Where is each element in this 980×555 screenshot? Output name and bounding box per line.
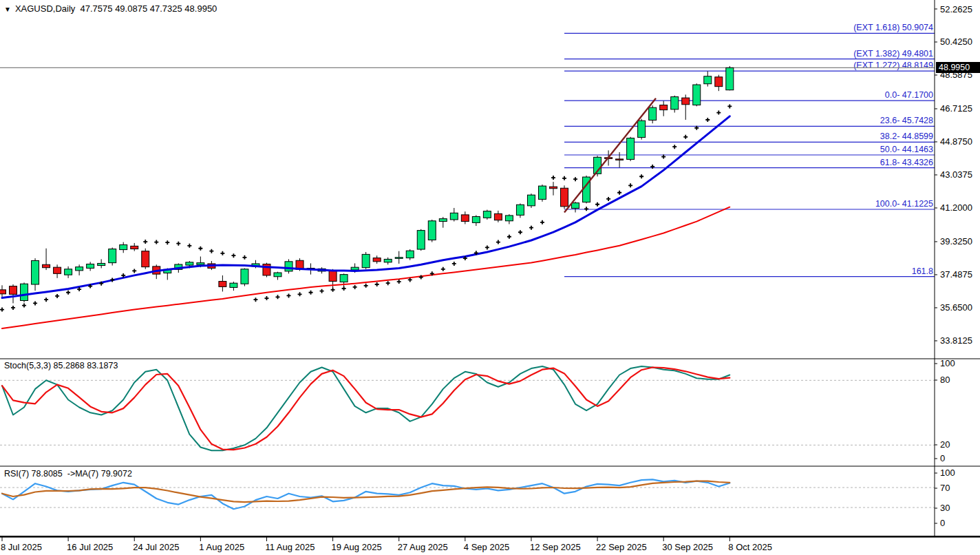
date-tick-label: 16 Jul 2025 — [67, 542, 113, 552]
price-tick-label: 44.8750 — [940, 136, 972, 147]
candle-body — [726, 67, 734, 90]
candle-body — [649, 107, 657, 120]
candle-body — [483, 211, 491, 218]
candle-body — [505, 216, 513, 221]
fib-level-label: (EXT 1.272) 48.8149 — [853, 61, 933, 70]
candle-body — [65, 269, 72, 275]
candle-body — [572, 203, 579, 209]
rsi-panel-surface[interactable] — [0, 466, 935, 536]
price-tick-label: 52.2625 — [940, 4, 972, 14]
candle-body — [197, 263, 204, 265]
candle-body — [693, 85, 701, 105]
fib-level-label: (EXT 1.618) 50.9074 — [853, 23, 933, 32]
date-tick-label: 1 Aug 2025 — [199, 542, 244, 552]
candle-body — [550, 187, 557, 189]
collapse-triangle-icon[interactable]: ▼ — [4, 6, 11, 13]
candle-body — [428, 221, 436, 240]
candle-body — [494, 213, 502, 220]
stochastic-label: Stoch(5,3,3) 85.2868 83.1873 — [4, 361, 118, 370]
fib-level-label: 23.6- 45.7428 — [880, 116, 933, 125]
candle-body — [340, 275, 348, 282]
date-tick-label: 8 Jul 2025 — [1, 542, 42, 552]
candle-body — [384, 259, 392, 262]
price-tick-label: 46.7125 — [940, 103, 972, 114]
price-tick-label: 50.4250 — [940, 36, 972, 47]
candle-body — [230, 283, 237, 287]
candle-body — [98, 263, 105, 265]
candle-body — [274, 273, 281, 277]
candle-body — [439, 219, 447, 222]
candle-body — [120, 245, 127, 250]
price-tick-label: 35.6500 — [940, 302, 972, 313]
fib-level-label: 100.0- 41.1225 — [875, 199, 933, 209]
date-tick-label: 19 Aug 2025 — [332, 542, 382, 552]
stoch-scale-label: 0 — [940, 453, 945, 463]
rsi-scale-label: 0 — [940, 518, 945, 528]
stoch-scale-label: 80 — [940, 375, 950, 385]
candle-body — [472, 217, 480, 223]
candle-body — [87, 264, 94, 268]
stoch-scale-label: 20 — [940, 439, 950, 450]
candle-body — [417, 231, 425, 249]
candle-body — [142, 251, 149, 267]
rsi-label: RSI(7) 78.8085 ->MA(7) 79.9072 — [4, 469, 132, 479]
fib-level-label: 38.2- 44.8599 — [880, 132, 933, 141]
rsi-scale-label: 30 — [940, 503, 950, 513]
chart-title: ▼XAGUSD,Daily 47.7575 49.0875 47.7325 48… — [4, 3, 217, 14]
rsi-scale-label: 100 — [940, 468, 955, 478]
date-tick-label: 22 Sep 2025 — [596, 542, 647, 552]
candle-body — [219, 282, 226, 287]
stochastic-panel-surface[interactable] — [0, 359, 935, 466]
price-tick-label: 41.2000 — [940, 202, 972, 213]
candle-body — [241, 269, 248, 284]
candle-body — [362, 254, 370, 267]
fib-level-label: 50.0- 44.1463 — [880, 145, 933, 154]
chart-canvas: (EXT 1.618) 50.9074(EXT 1.382) 49.4801(E… — [0, 0, 980, 555]
date-tick-label: 4 Sep 2025 — [464, 542, 510, 552]
candle-body — [395, 258, 403, 259]
price-tick-label: 37.4875 — [940, 269, 972, 280]
candle-body — [21, 284, 28, 300]
fib-level-label: 61.8- 43.4326 — [880, 158, 933, 167]
price-tick-label: 43.0375 — [940, 169, 972, 180]
candle-body — [10, 286, 17, 295]
candle-body — [43, 264, 50, 267]
candle-body — [76, 267, 83, 271]
candle-body — [461, 215, 469, 222]
candle-body — [131, 246, 138, 249]
price-tick-label: 33.8125 — [940, 335, 972, 346]
candle-body — [616, 159, 624, 160]
current-price-tag: 48.9950 — [936, 62, 980, 73]
fib-level-label: 0.0- 47.1700 — [885, 90, 933, 100]
candle-body — [0, 290, 6, 294]
symbol-quote-label: XAGUSD,Daily 47.7575 49.0875 47.7325 48.… — [15, 3, 217, 14]
candle-body — [516, 205, 524, 215]
candle-body — [406, 251, 414, 258]
date-tick-label: 12 Sep 2025 — [530, 542, 581, 552]
candle-body — [627, 138, 635, 160]
candle-body — [186, 262, 193, 265]
date-tick-label: 11 Aug 2025 — [265, 542, 315, 552]
date-tick-label: 8 Oct 2025 — [728, 542, 772, 552]
candle-body — [715, 77, 723, 87]
candle-body — [638, 121, 646, 137]
stoch-scale-label: 100 — [940, 358, 955, 368]
candle-body — [660, 105, 668, 110]
date-tick-label: 24 Jul 2025 — [133, 542, 179, 552]
candle-body — [285, 262, 292, 271]
candle-body — [561, 188, 568, 207]
fib-level-label: 161.8 — [912, 266, 933, 276]
candle-body — [54, 267, 61, 273]
candle-body — [527, 195, 535, 206]
main-chart-surface[interactable] — [0, 0, 935, 359]
candle-body — [329, 271, 337, 282]
candle-body — [450, 213, 458, 220]
price-tick-label: 39.3250 — [940, 236, 972, 247]
candle-body — [373, 258, 381, 262]
trading-chart-window: ▼XAGUSD,Daily 47.7575 49.0875 47.7325 48… — [0, 0, 980, 555]
candle-body — [538, 186, 546, 199]
candle-body — [109, 249, 116, 263]
date-tick-label: 30 Sep 2025 — [662, 542, 713, 552]
candle-body — [32, 261, 39, 284]
candle-body — [704, 76, 712, 84]
